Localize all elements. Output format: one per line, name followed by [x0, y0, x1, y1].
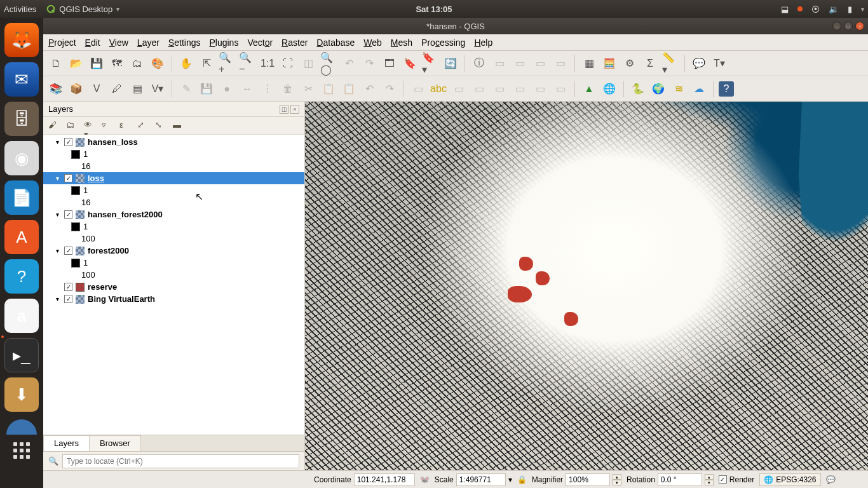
zoom-next-button[interactable]: ↷	[360, 55, 378, 72]
launcher-partial-icon[interactable]	[6, 419, 37, 435]
magnifier-field[interactable]	[566, 473, 610, 486]
add-group-button[interactable]: 🗂	[66, 120, 78, 132]
tab-browser[interactable]: Browser	[89, 435, 141, 451]
field-calc-button[interactable]: 🧮	[600, 55, 618, 72]
action-run-button[interactable]: ▭	[491, 55, 508, 72]
scale-dropdown-icon[interactable]: ▾	[508, 475, 512, 484]
dig-extra-7[interactable]: ▭	[552, 80, 569, 98]
mag-down[interactable]: ▾	[613, 480, 621, 485]
layer-tree[interactable]: ▾✓hansen_loss116▾✓loss116▾✓hansen_forest…	[43, 135, 304, 435]
paste-button[interactable]: 📋	[340, 80, 358, 98]
lock-scale-icon[interactable]: 🔒	[517, 475, 527, 484]
pan-button[interactable]: ✋	[177, 55, 195, 72]
save-project-button[interactable]: 💾	[88, 55, 105, 72]
locator-input[interactable]	[62, 454, 299, 468]
node-tool-button[interactable]: ⋮	[259, 80, 276, 98]
cut-button[interactable]: ✂	[299, 80, 317, 98]
style-manager-button[interactable]: 🎨	[149, 55, 166, 72]
refresh-button[interactable]: 🔄	[442, 55, 459, 72]
new-bookmark-button[interactable]: 🔖	[401, 55, 419, 72]
show-bookmarks-button[interactable]: 🔖▾	[421, 55, 439, 72]
new-shapefile-button[interactable]: V	[88, 80, 105, 98]
show-layout-manager-button[interactable]: 🗂	[128, 55, 146, 72]
window-minimize-button[interactable]: –	[832, 22, 841, 30]
dig-extra-5[interactable]: ▭	[511, 80, 529, 98]
new-geopackage-button[interactable]: 📦	[67, 80, 85, 98]
redo-button[interactable]: ↷	[381, 80, 398, 98]
launcher-thunderbird[interactable]: ✉	[4, 62, 39, 97]
dig-extra-6[interactable]: ▭	[531, 80, 549, 98]
maptips-button[interactable]: 💬	[690, 55, 708, 72]
measure-button[interactable]: 📏▾	[661, 55, 679, 72]
layer-visibility-checkbox[interactable]: ✓	[64, 295, 72, 303]
notification-dot-icon[interactable]	[797, 6, 803, 11]
menu-plugins[interactable]: Plugins	[209, 37, 238, 48]
messages-button[interactable]: 💬	[826, 475, 836, 484]
crs-button[interactable]: 🌐 EPSG:4326	[759, 473, 820, 486]
undo-button[interactable]: ↶	[360, 80, 378, 98]
expander-icon[interactable]: ▾	[53, 295, 61, 302]
menu-vector[interactable]: Vector	[247, 37, 273, 48]
show-applications[interactable]	[13, 442, 30, 459]
open-attr-table-button[interactable]: ▦	[580, 55, 598, 72]
panel-close-button[interactable]: ×	[290, 105, 299, 114]
zoom-selection-button[interactable]: ◫	[299, 55, 317, 72]
expander-icon[interactable]: ▾	[53, 139, 61, 146]
zoom-full-button[interactable]: ⛶	[279, 55, 297, 72]
layer-row-reserve[interactable]: ✓reserve	[43, 281, 304, 293]
stats-button[interactable]: Σ	[641, 55, 659, 72]
window-titlebar[interactable]: *hansen - QGIS – □ ×	[43, 18, 868, 34]
render-checkbox[interactable]: ✓	[719, 475, 727, 484]
layer-visibility-checkbox[interactable]: ✓	[64, 210, 72, 219]
annotation-button[interactable]: T▾	[710, 55, 728, 72]
plugin-globe-button[interactable]: 🌍	[649, 80, 667, 98]
expand-all-button[interactable]: ⤢	[137, 120, 149, 132]
rot-up[interactable]: ▴	[705, 474, 714, 480]
volume-icon[interactable]: 🔉	[829, 4, 839, 14]
save-edits-button[interactable]: 💾	[198, 80, 215, 98]
dig-extra-4[interactable]: ▭	[491, 80, 508, 98]
menu-database[interactable]: Database	[316, 37, 355, 48]
move-feature-button[interactable]: ↔	[238, 80, 256, 98]
zoom-native-button[interactable]: 1:1	[259, 55, 276, 72]
pan-to-selection-button[interactable]: ⇱	[198, 55, 215, 72]
layer-visibility-checkbox[interactable]: ✓	[64, 174, 72, 182]
zoom-out-button[interactable]: 🔍−	[238, 55, 256, 72]
menu-edit[interactable]: Edit	[85, 37, 100, 48]
launcher-amazon[interactable]: a	[4, 299, 39, 333]
new-mesh-button[interactable]: ▤	[128, 80, 146, 98]
plugin-grass-button[interactable]: ≋	[670, 80, 688, 98]
toggle-extents-icon[interactable]: 🐭	[420, 475, 430, 484]
zoom-in-button[interactable]: 🔍+	[218, 55, 236, 72]
network-icon[interactable]: ⦿	[811, 4, 820, 14]
new-virtual-button[interactable]: V▾	[149, 80, 166, 98]
python-console-button[interactable]: 🐍	[629, 80, 647, 98]
copy-button[interactable]: 📋	[320, 80, 337, 98]
launcher-software[interactable]: A	[4, 220, 39, 254]
layer-row-forest2000[interactable]: ▾✓forest2000	[43, 245, 304, 257]
system-menu-chevron-icon[interactable]: ▾	[861, 6, 864, 13]
launcher-rhythmbox[interactable]: ◉	[4, 141, 39, 175]
launcher-terminal[interactable]: ▸_	[4, 338, 39, 372]
layer-row-loss[interactable]: ▾✓loss	[43, 172, 304, 184]
scale-field[interactable]	[456, 473, 506, 486]
label-toolbar-button[interactable]: abc	[430, 80, 447, 98]
launcher-files[interactable]: 🗄	[4, 102, 39, 136]
tab-layers[interactable]: Layers	[43, 435, 90, 451]
layer-row-hansen_forest2000[interactable]: ▾✓hansen_forest2000	[43, 208, 304, 220]
toggle-editing-button[interactable]: ✎	[177, 80, 195, 98]
rotation-field[interactable]	[658, 473, 702, 486]
toolbox-button[interactable]: ⚙	[621, 55, 639, 72]
plugin-sca-button[interactable]: ▲	[580, 80, 598, 98]
launcher-downloads[interactable]: ⬇	[4, 377, 39, 412]
menu-mesh[interactable]: Mesh	[391, 37, 412, 48]
dig-extra-2[interactable]: ▭	[450, 80, 468, 98]
new-map-view-button[interactable]: 🗔	[381, 55, 398, 72]
menu-project[interactable]: Project	[48, 37, 76, 48]
select-feature-button[interactable]: ▭	[511, 55, 529, 72]
map-canvas[interactable]	[305, 102, 868, 470]
layer-row-hansen_loss[interactable]: ▾✓hansen_loss	[43, 136, 304, 148]
expander-icon[interactable]: ▾	[53, 211, 61, 218]
menu-view[interactable]: View	[109, 37, 128, 48]
filter-legend-button[interactable]: ▿	[102, 120, 113, 132]
